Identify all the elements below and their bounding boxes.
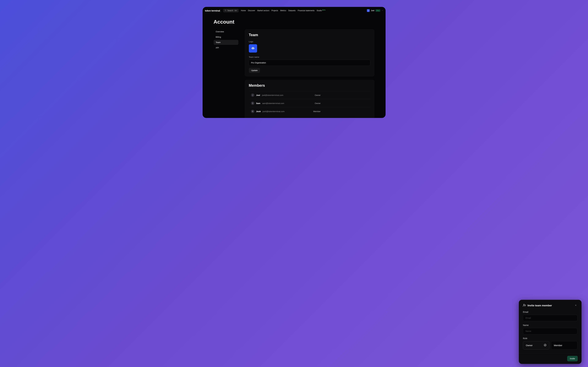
members-card: Members J Joel joel@tokenterminal.com Ow…: [245, 80, 375, 118]
member-email: joel@tokenterminal.com: [262, 94, 283, 96]
sidebar-item-api[interactable]: API: [214, 45, 238, 50]
account-sidebar: Overview Billing Team API: [214, 29, 238, 118]
check-circle-icon: [544, 344, 547, 347]
page-content: Account Overview Billing Team API Team L…: [203, 14, 385, 118]
chevron-down-icon[interactable]: [382, 10, 383, 11]
user-name: Joel: [371, 9, 374, 12]
member-name: Sam: [256, 102, 260, 104]
member-role: Owner: [315, 102, 320, 104]
members-card-title: Members: [249, 83, 370, 88]
role-label: Role: [523, 337, 577, 340]
member-name: Joel: [256, 94, 260, 96]
sidebar-item-billing[interactable]: Billing: [214, 34, 238, 40]
search-placeholder: Search: [227, 9, 233, 12]
svg-point-0: [225, 10, 226, 11]
nav-discover[interactable]: Discover: [248, 9, 255, 12]
sidebar-item-team[interactable]: Team: [214, 40, 238, 45]
plan-badge: Pro: [376, 9, 380, 12]
beta-badge: BETA: [322, 9, 325, 11]
search-icon: [225, 9, 227, 12]
email-input[interactable]: [523, 315, 577, 321]
brand-logo[interactable]: token terminal_: [205, 9, 221, 12]
nav-financial-statements[interactable]: Financial statements: [298, 9, 315, 12]
svg-point-2: [523, 304, 525, 305]
user-menu[interactable]: o Joel Pro: [367, 9, 383, 12]
fingerprint-icon: [251, 46, 255, 50]
role-option-member[interactable]: Member: [551, 341, 577, 350]
team-name-input[interactable]: [249, 60, 370, 66]
nav-market-sectors[interactable]: Market sectors: [257, 9, 269, 12]
member-row: N Josh josh@tokenterminal.com Member: [249, 107, 370, 115]
member-role: Owner: [315, 94, 320, 96]
nav-datasets[interactable]: Datasets: [288, 9, 295, 12]
brand-cursor: _: [220, 9, 221, 12]
team-card-title: Team: [249, 33, 370, 37]
user-avatar: o: [367, 9, 370, 12]
nav-links: Home Discover Market sectors Projects Me…: [241, 9, 325, 12]
modal-header: Invite team member: [523, 304, 577, 308]
content-area: Team Logo Team name Update: [245, 29, 375, 118]
invite-button[interactable]: Invite: [567, 356, 578, 361]
team-card: Team Logo Team name Update: [245, 29, 375, 77]
role-member-label: Member: [554, 344, 562, 347]
member-avatar: N: [251, 110, 254, 113]
invite-modal: Invite team member Email Name Role Owner…: [519, 300, 581, 364]
user-plus-icon: [523, 304, 526, 308]
team-name-label: Team name: [249, 56, 370, 58]
email-label: Email: [523, 311, 577, 313]
nav-studio[interactable]: StudioBETA: [317, 9, 325, 12]
role-option-owner[interactable]: Owner: [523, 341, 549, 350]
member-email: sam@tokenterminal.com: [262, 102, 284, 104]
nav-projects[interactable]: Projects: [271, 9, 278, 12]
close-icon[interactable]: [574, 304, 577, 308]
member-role: Member: [313, 110, 321, 113]
page-title: Account: [214, 19, 375, 25]
topbar: token terminal_ Search ⌘K Home Discover …: [203, 7, 385, 14]
role-owner-label: Owner: [526, 344, 532, 347]
search-box[interactable]: Search ⌘K: [223, 9, 239, 12]
member-name: Josh: [256, 110, 261, 113]
members-list: J Joel joel@tokenterminal.com Owner S Sa…: [249, 91, 370, 115]
sidebar-item-overview[interactable]: Overview: [214, 29, 238, 34]
member-avatar: J: [251, 93, 254, 97]
role-options: Owner Member: [523, 341, 577, 350]
name-input[interactable]: [523, 328, 577, 334]
member-avatar: S: [251, 101, 254, 105]
modal-title: Invite team member: [528, 304, 572, 307]
team-logo[interactable]: [249, 44, 257, 52]
update-button[interactable]: Update: [249, 68, 260, 73]
name-label: Name: [523, 324, 577, 326]
member-row: S Sam sam@tokenterminal.com Owner: [249, 99, 370, 107]
search-shortcut: ⌘K: [234, 10, 237, 12]
logo-label: Logo: [249, 41, 370, 43]
nav-home[interactable]: Home: [241, 9, 246, 12]
member-row: J Joel joel@tokenterminal.com Owner: [249, 91, 370, 99]
member-email: josh@tokenterminal.com: [263, 110, 285, 113]
nav-metrics[interactable]: Metrics: [280, 9, 286, 12]
app-window: token terminal_ Search ⌘K Home Discover …: [203, 7, 385, 118]
svg-point-7: [544, 344, 546, 346]
svg-line-1: [226, 11, 226, 11]
modal-footer: Invite: [519, 353, 581, 364]
